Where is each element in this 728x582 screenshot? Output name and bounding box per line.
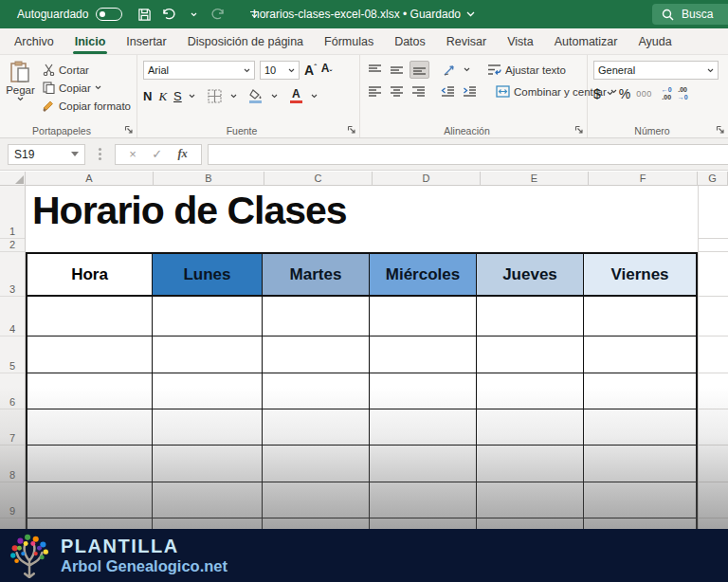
schedule-cell[interactable] [477,446,583,482]
schedule-cell[interactable] [153,336,262,373]
font-color-button[interactable]: A [288,86,304,105]
increase-font-button[interactable]: Aˆ [304,64,317,77]
schedule-cell[interactable] [370,336,476,373]
name-box[interactable]: S19 [8,144,85,165]
search-box[interactable]: Busca [652,4,728,25]
schedule-cell[interactable] [477,482,583,518]
column-header-A[interactable]: A [26,172,154,185]
wrap-text-button[interactable]: Ajustar texto [485,63,568,77]
schedule-header-lunes[interactable]: Lunes [153,254,262,296]
schedule-cell[interactable] [27,446,152,482]
enter-button[interactable]: ✓ [152,147,162,161]
tab-inicio[interactable]: Inicio [64,28,117,54]
schedule-cell[interactable] [263,409,369,445]
paste-button[interactable]: Pegar [6,61,35,113]
schedule-cell[interactable] [27,336,152,373]
sheet-grid[interactable]: Horario de Clases HoraLunesMartesMiércol… [26,186,728,529]
cut-button[interactable]: Cortar [41,63,133,77]
schedule-cell[interactable] [153,409,262,445]
align-left-button[interactable] [366,83,384,100]
schedule-cell[interactable] [153,446,262,482]
tab-datos[interactable]: Datos [384,28,436,54]
decrease-decimal-button[interactable]: .00→0 [678,86,688,100]
align-top-button[interactable] [366,62,384,78]
schedule-cell[interactable] [370,518,476,529]
schedule-cell[interactable] [477,409,583,445]
row-header-5[interactable]: 5 [0,336,25,373]
row-header-8[interactable]: 8 [0,446,25,482]
row-header-3[interactable]: 3 [0,252,25,297]
copy-button[interactable]: Copiar [41,81,133,95]
currency-format-button[interactable]: $ [593,87,601,100]
schedule-cell[interactable] [153,482,262,518]
font-family-select[interactable]: Arial [143,61,255,80]
schedule-cell[interactable] [263,446,369,482]
schedule-cell[interactable] [27,297,152,336]
orientation-button[interactable] [441,62,460,79]
document-title-menu[interactable]: horarios-clases-excel-08.xlsx • Guardado [253,8,475,21]
tab-archivo[interactable]: Archivo [4,28,64,54]
schedule-cell[interactable] [477,518,583,529]
schedule-cell[interactable] [370,373,476,409]
undo-button[interactable] [158,4,179,25]
autosave-toggle[interactable] [96,8,122,21]
schedule-cell[interactable] [263,373,369,409]
align-right-button[interactable] [410,83,428,100]
schedule-cell[interactable] [153,297,262,336]
schedule-cell[interactable] [584,482,696,518]
column-header-D[interactable]: D [373,172,481,185]
schedule-cell[interactable] [27,373,152,409]
column-header-G[interactable]: G [698,172,728,185]
schedule-cell[interactable] [27,482,152,518]
schedule-cell[interactable] [477,373,583,409]
formula-input[interactable] [208,144,728,165]
number-dialog-launcher[interactable] [716,125,725,135]
schedule-cell[interactable] [584,373,696,409]
column-header-C[interactable]: C [264,172,373,185]
tab-revisar[interactable]: Revisar [436,28,497,54]
schedule-cell[interactable] [263,336,369,373]
column-header-E[interactable]: E [481,172,589,185]
schedule-cell[interactable] [263,482,369,518]
schedule-cell[interactable] [263,518,369,529]
schedule-cell[interactable] [584,336,696,373]
tab-automatizar[interactable]: Automatizar [544,28,628,54]
schedule-cell[interactable] [584,297,696,336]
schedule-header-martes[interactable]: Martes [263,254,369,296]
schedule-cell[interactable] [584,409,696,445]
clipboard-dialog-launcher[interactable] [124,125,134,135]
schedule-cell[interactable] [27,518,152,529]
decrease-font-button[interactable]: Aˇ [321,63,332,77]
schedule-cell[interactable] [153,373,262,409]
align-middle-button[interactable] [388,62,406,78]
schedule-cell[interactable] [263,297,369,336]
undo-dropdown[interactable] [183,4,204,25]
fill-color-button[interactable] [247,87,264,105]
align-bottom-button[interactable] [410,61,429,79]
schedule-cell[interactable] [370,409,476,445]
percent-format-button[interactable]: % [619,87,630,100]
schedule-cell[interactable] [370,297,476,336]
name-box-dropdown-icon[interactable] [71,152,79,156]
schedule-cell[interactable] [27,409,152,445]
row-header-1[interactable]: 1 [0,186,25,239]
row-header-9[interactable]: 9 [0,482,25,518]
column-header-F[interactable]: F [589,172,698,185]
comma-format-button[interactable]: 000 [636,89,652,99]
insert-function-button[interactable]: fx [177,147,187,161]
increase-indent-button[interactable] [461,83,479,100]
font-size-select[interactable]: 10 [260,61,300,80]
underline-button[interactable]: S [173,90,182,102]
tab-f-rmulas[interactable]: Fórmulas [314,28,384,54]
schedule-header-hora[interactable]: Hora [27,254,152,296]
format-painter-button[interactable]: Copiar formato [41,99,133,113]
schedule-cell[interactable] [477,336,583,373]
tab-vista[interactable]: Vista [497,28,544,54]
row-header-7[interactable]: 7 [0,409,25,446]
select-all-button[interactable] [0,172,26,185]
number-format-select[interactable]: General [593,61,719,80]
row-header-2[interactable]: 2 [0,239,25,252]
brand-site[interactable]: Arbol Genealogico.net [61,557,228,575]
decrease-indent-button[interactable] [439,83,457,100]
cancel-button[interactable]: × [129,147,136,161]
